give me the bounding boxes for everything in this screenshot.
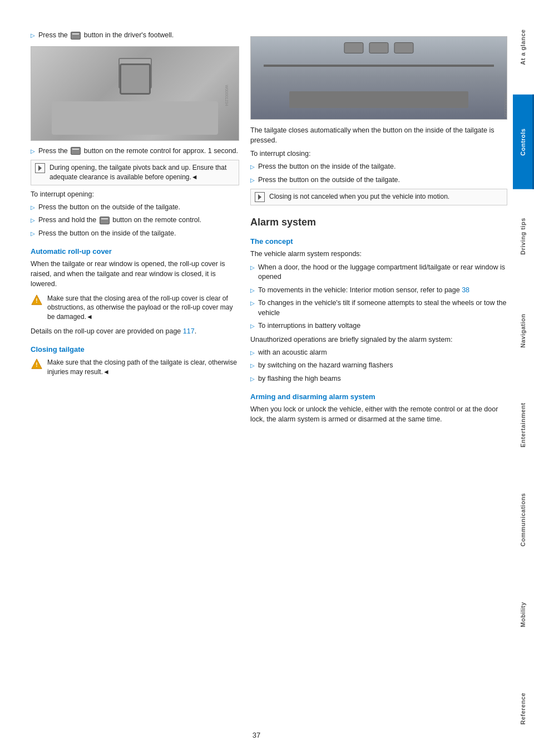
sidebar-label-mobility: Mobility bbox=[520, 602, 526, 627]
unauthorized-arrow-3: ▷ bbox=[250, 375, 255, 383]
bullet-interrupt-text-1: Press the button on the outside of the t… bbox=[38, 203, 239, 213]
concept-arrow-2: ▷ bbox=[250, 287, 255, 294]
concept-arrow-3: ▷ bbox=[250, 300, 255, 307]
interrupt-closing-label: To interrupt closing: bbox=[250, 149, 507, 159]
sidebar-label-navigation: Navigation bbox=[520, 314, 526, 348]
bullet-interrupt-3: ▷ Press the button on the inside of the … bbox=[31, 229, 239, 239]
unauthorized-bullet-3: ▷ by flashing the high beams bbox=[250, 374, 507, 384]
left-column: ▷ Press the button in the driver's footw… bbox=[31, 31, 250, 725]
unauthorized-bullet-2: ▷ by switching on the hazard warning fla… bbox=[250, 361, 507, 371]
remote-button-icon bbox=[71, 147, 81, 155]
unauthorized-bullet-text-3: by flashing the high beams bbox=[258, 374, 507, 384]
notice-closing-arrow-icon bbox=[255, 192, 265, 202]
bullet-close-interrupt-text-1: Press the button on the inside of the ta… bbox=[258, 162, 507, 172]
bullet-footwell-text: Press the button in the driver's footwel… bbox=[38, 31, 239, 41]
bullet-close-interrupt-2: ▷ Press the button on the outside of the… bbox=[250, 175, 507, 185]
bullet-arrow-close-2: ▷ bbox=[250, 176, 255, 184]
sidebar-item-reference[interactable]: Reference bbox=[513, 661, 534, 756]
sidebar: At a glance Controls Driving tips Naviga… bbox=[513, 0, 534, 756]
svg-text:!: ! bbox=[36, 362, 37, 368]
sidebar-item-at-a-glance[interactable]: At a glance bbox=[513, 0, 534, 95]
bullet-arrow-icon-4: ▷ bbox=[31, 217, 35, 224]
sidebar-item-controls[interactable]: Controls bbox=[513, 95, 534, 189]
concept-bullet-1: ▷ When a door, the hood or the luggage c… bbox=[250, 263, 507, 282]
notice-opening-text: During opening, the tailgate pivots back… bbox=[50, 163, 235, 182]
page-38-link[interactable]: 38 bbox=[462, 286, 469, 294]
warning-closing-text: Make sure that the closing path of the t… bbox=[47, 358, 239, 377]
right-column: W00001235 The tailgate closes automatica… bbox=[250, 31, 513, 725]
bullet-remote: ▷ Press the button on the remote control… bbox=[31, 146, 239, 156]
warning-closing-box: ! Make sure that the closing path of the… bbox=[31, 358, 239, 377]
car-interior-visual bbox=[31, 47, 239, 140]
bullet-arrow-icon-5: ▷ bbox=[31, 230, 35, 238]
auto-rollup-text: When the tailgate or rear window is open… bbox=[31, 259, 239, 289]
concept-bullet-text-1: When a door, the hood or the luggage com… bbox=[258, 263, 507, 282]
bullet-footwell: ▷ Press the button in the driver's footw… bbox=[31, 31, 239, 41]
watermark-right: W00001235 bbox=[503, 93, 507, 117]
concept-bullet-4: ▷ To interruptions in battery voltage bbox=[250, 321, 507, 331]
notice-opening-box: During opening, the tailgate pivots back… bbox=[31, 160, 239, 185]
sidebar-item-entertainment[interactable]: Entertainment bbox=[513, 378, 534, 473]
concept-bullet-2: ▷ To movements in the vehicle: Interior … bbox=[250, 286, 507, 296]
bullet-arrow-icon: ▷ bbox=[31, 32, 35, 40]
bullet-close-interrupt-1: ▷ Press the button on the inside of the … bbox=[250, 162, 507, 172]
alarm-system-heading: Alarm system bbox=[250, 217, 507, 228]
page-wrapper: ▷ Press the button in the driver's footw… bbox=[0, 0, 534, 756]
warning-rollup-text: Make sure that the closing area of the r… bbox=[47, 294, 239, 322]
sidebar-item-mobility[interactable]: Mobility bbox=[513, 567, 534, 662]
warning-rollup-box: ! Make sure that the closing area of the… bbox=[31, 294, 239, 322]
sidebar-label-driving-tips: Driving tips bbox=[520, 218, 526, 255]
unauthorized-bullet-text-2: by switching on the hazard warning flash… bbox=[258, 361, 507, 371]
bullet-arrow-close-1: ▷ bbox=[250, 163, 255, 171]
sidebar-label-reference: Reference bbox=[520, 693, 526, 725]
concept-bullet-text-2: To movements in the vehicle: Interior mo… bbox=[258, 286, 507, 296]
unauthorized-arrow-1: ▷ bbox=[250, 349, 255, 357]
footwell-button-icon bbox=[71, 32, 81, 40]
sidebar-label-at-a-glance: At a glance bbox=[520, 30, 526, 65]
sidebar-item-communications[interactable]: Communications bbox=[513, 473, 534, 567]
concept-intro-text: The vehicle alarm system responds: bbox=[250, 249, 507, 259]
auto-rollup-heading: Automatic roll-up cover bbox=[31, 247, 239, 256]
notice-arrow-icon bbox=[35, 163, 45, 173]
warning-triangle-icon: ! bbox=[31, 294, 43, 306]
sidebar-item-navigation[interactable]: Navigation bbox=[513, 283, 534, 378]
concept-bullet-3: ▷ To changes in the vehicle's tilt if so… bbox=[250, 298, 507, 318]
bullet-remote-text: Press the button on the remote control f… bbox=[38, 146, 239, 156]
closing-tailgate-heading: Closing tailgate bbox=[31, 345, 239, 354]
concept-bullet-text-4: To interruptions in battery voltage bbox=[258, 321, 507, 331]
bullet-interrupt-text-3: Press the button on the inside of the ta… bbox=[38, 229, 239, 239]
interrupt-opening-label: To interrupt opening: bbox=[31, 189, 239, 199]
page-number: 37 bbox=[253, 731, 260, 739]
sidebar-label-entertainment: Entertainment bbox=[520, 403, 526, 448]
arming-heading: Arming and disarming alarm system bbox=[250, 392, 507, 401]
bullet-close-interrupt-text-2: Press the button on the outside of the t… bbox=[258, 175, 507, 185]
sidebar-label-communications: Communications bbox=[520, 493, 526, 547]
bullet-interrupt-2: ▷ Press and hold the button on the remot… bbox=[31, 215, 239, 225]
concept-arrow-4: ▷ bbox=[250, 322, 255, 330]
unauthorized-arrow-2: ▷ bbox=[250, 362, 255, 370]
sidebar-item-driving-tips[interactable]: Driving tips bbox=[513, 189, 534, 284]
bullet-arrow-icon-3: ▷ bbox=[31, 204, 35, 212]
footwell-image: W00001234 bbox=[31, 46, 239, 141]
warning-closing-icon: ! bbox=[31, 358, 43, 370]
notice-closing-box: Closing is not canceled when you put the… bbox=[250, 189, 507, 205]
concept-arrow-1: ▷ bbox=[250, 264, 255, 272]
rollup-details-text: Details on the roll-up cover are provide… bbox=[31, 326, 239, 336]
watermark-left: W00001234 bbox=[225, 85, 229, 106]
bottom-area: 37 bbox=[0, 731, 513, 739]
arrow-inner-2 bbox=[258, 194, 261, 200]
svg-text:!: ! bbox=[36, 297, 37, 303]
unauthorized-intro-text: Unauthorized operations are briefly sign… bbox=[250, 335, 507, 345]
tailgate-close-text: The tailgate closes automatically when t… bbox=[250, 125, 507, 145]
tailgate-image: W00001235 bbox=[250, 36, 507, 120]
arrow-inner bbox=[38, 165, 42, 171]
unauthorized-bullet-text-1: with an acoustic alarm bbox=[258, 348, 507, 358]
bullet-arrow-icon-2: ▷ bbox=[31, 148, 35, 155]
concept-heading: The concept bbox=[250, 237, 507, 246]
sidebar-label-controls: Controls bbox=[520, 128, 526, 155]
content-area: ▷ Press the button in the driver's footw… bbox=[0, 0, 513, 756]
notice-closing-text: Closing is not canceled when you put the… bbox=[269, 192, 503, 202]
rollup-page-link[interactable]: 117 bbox=[183, 327, 195, 335]
tailgate-visual bbox=[251, 37, 507, 119]
bullet-interrupt-text-2: Press and hold the button on the remote … bbox=[38, 215, 239, 225]
